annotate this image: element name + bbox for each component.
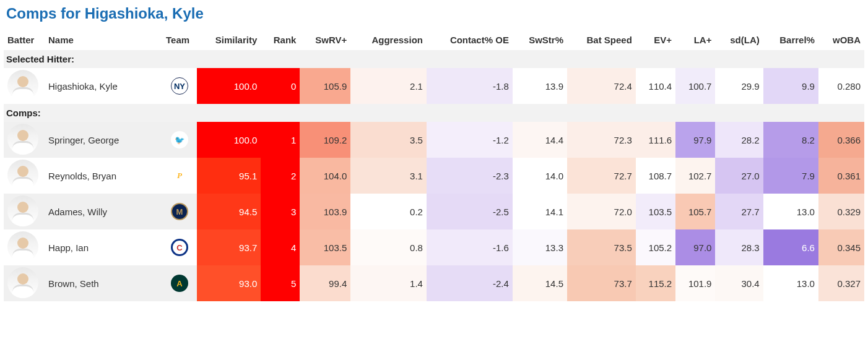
metric-cell: 1 <box>261 122 300 158</box>
col-header: wOBA <box>818 30 864 50</box>
metric-cell: 100.7 <box>675 68 715 104</box>
metric-cell: 111.6 <box>636 122 675 158</box>
col-header: Aggression <box>350 30 427 50</box>
col-header: Batter <box>4 30 45 50</box>
player-avatar <box>7 70 38 101</box>
metric-cell: 102.7 <box>675 158 715 194</box>
col-header: Bat Speed <box>567 30 636 50</box>
metric-cell: 100.0 <box>197 68 261 104</box>
metric-cell: 13.0 <box>763 265 818 301</box>
metric-cell: 110.4 <box>636 68 675 104</box>
metric-cell: 6.6 <box>763 229 818 265</box>
metric-cell: 3.1 <box>350 158 427 194</box>
table-row: Adames, WillyM94.53103.90.2-2.514.172.01… <box>4 194 864 229</box>
metric-cell: -1.2 <box>427 122 513 158</box>
metric-cell: 105.7 <box>675 194 715 229</box>
metric-cell: 0.8 <box>350 229 427 265</box>
table-header-row: BatterNameTeamSimilarityRankSwRV+Aggress… <box>4 30 864 50</box>
team-cell: 🐦 <box>162 122 197 158</box>
col-header: SwStr% <box>513 30 567 50</box>
metric-cell: 93.7 <box>197 229 261 265</box>
metric-cell: 0.280 <box>818 68 864 104</box>
metric-cell: 27.0 <box>715 158 763 194</box>
col-header: EV+ <box>636 30 675 50</box>
col-header: SwRV+ <box>300 30 350 50</box>
metric-cell: 0.329 <box>818 194 864 229</box>
metric-cell: 3 <box>261 194 300 229</box>
metric-cell: 73.5 <box>567 229 636 265</box>
comps-table: BatterNameTeamSimilarityRankSwRV+Aggress… <box>4 30 864 301</box>
team-cell: A <box>162 265 197 301</box>
player-name[interactable]: Brown, Seth <box>45 265 162 301</box>
col-header: Contact% OE <box>427 30 513 50</box>
metric-cell: 0 <box>261 68 300 104</box>
section-header: Comps: <box>4 104 864 122</box>
player-avatar <box>7 124 38 155</box>
metric-cell: -2.4 <box>427 265 513 301</box>
metric-cell: 0.361 <box>818 158 864 194</box>
player-avatar <box>7 267 38 298</box>
metric-cell: 103.5 <box>300 229 350 265</box>
metric-cell: 8.2 <box>763 122 818 158</box>
metric-cell: 3.5 <box>350 122 427 158</box>
metric-cell: 72.4 <box>567 68 636 104</box>
col-header: Team <box>162 30 197 50</box>
batter-cell <box>4 68 45 104</box>
player-name[interactable]: Happ, Ian <box>45 229 162 265</box>
metric-cell: 28.3 <box>715 229 763 265</box>
metric-cell: 14.1 <box>513 194 567 229</box>
team-logo-icon: P <box>171 167 188 184</box>
section-header-label: Selected Hitter: <box>4 50 864 68</box>
metric-cell: 28.2 <box>715 122 763 158</box>
col-header: LA+ <box>675 30 715 50</box>
table-row: Happ, IanC93.74103.50.8-1.613.373.5105.2… <box>4 229 864 265</box>
metric-cell: 30.4 <box>715 265 763 301</box>
team-cell: P <box>162 158 197 194</box>
batter-cell <box>4 194 45 229</box>
metric-cell: 93.0 <box>197 265 261 301</box>
metric-cell: 0.2 <box>350 194 427 229</box>
col-header: Barrel% <box>763 30 818 50</box>
metric-cell: 105.9 <box>300 68 350 104</box>
metric-cell: 97.9 <box>675 122 715 158</box>
metric-cell: 109.2 <box>300 122 350 158</box>
team-logo-icon: M <box>171 203 188 220</box>
metric-cell: 100.0 <box>197 122 261 158</box>
team-logo-icon: C <box>171 239 188 256</box>
metric-cell: 104.0 <box>300 158 350 194</box>
player-avatar <box>7 231 38 262</box>
table-row: Springer, George🐦100.01109.23.5-1.214.47… <box>4 122 864 158</box>
player-name[interactable]: Springer, George <box>45 122 162 158</box>
table-row: Brown, SethA93.0599.41.4-2.414.573.7115.… <box>4 265 864 301</box>
metric-cell: 0.327 <box>818 265 864 301</box>
batter-cell <box>4 265 45 301</box>
player-avatar <box>7 160 38 191</box>
player-name[interactable]: Reynolds, Bryan <box>45 158 162 194</box>
metric-cell: -2.3 <box>427 158 513 194</box>
team-cell: C <box>162 229 197 265</box>
col-header: Name <box>45 30 162 50</box>
metric-cell: 73.7 <box>567 265 636 301</box>
batter-cell <box>4 122 45 158</box>
metric-cell: -2.5 <box>427 194 513 229</box>
player-name[interactable]: Adames, Willy <box>45 194 162 229</box>
metric-cell: 1.4 <box>350 265 427 301</box>
metric-cell: 13.9 <box>513 68 567 104</box>
metric-cell: 13.3 <box>513 229 567 265</box>
team-cell: M <box>162 194 197 229</box>
metric-cell: 72.3 <box>567 122 636 158</box>
metric-cell: 101.9 <box>675 265 715 301</box>
metric-cell: 9.9 <box>763 68 818 104</box>
metric-cell: 27.7 <box>715 194 763 229</box>
metric-cell: 4 <box>261 229 300 265</box>
metric-cell: 99.4 <box>300 265 350 301</box>
player-name[interactable]: Higashioka, Kyle <box>45 68 162 104</box>
metric-cell: 108.7 <box>636 158 675 194</box>
batter-cell <box>4 158 45 194</box>
col-header: sd(LA) <box>715 30 763 50</box>
metric-cell: 13.0 <box>763 194 818 229</box>
team-logo-icon: A <box>171 275 188 292</box>
player-avatar <box>7 195 38 226</box>
metric-cell: 72.0 <box>567 194 636 229</box>
team-cell: NY <box>162 68 197 104</box>
